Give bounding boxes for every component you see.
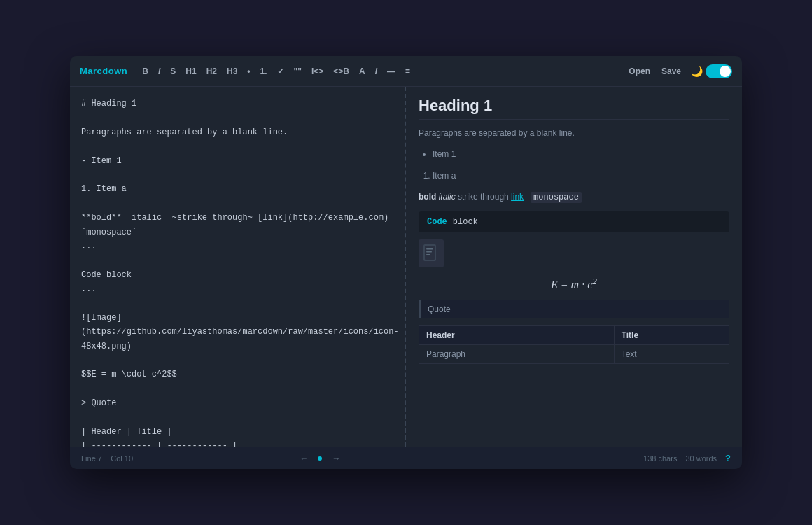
status-words: 30 words [685,454,717,463]
help-button[interactable]: ? [725,453,731,463]
preview-italic: italic [439,192,456,202]
toolbar: Marcdown B I S H1 H2 H3 • 1. ✓ "" I<> <>… [70,56,742,87]
theme-icon[interactable]: 🌙 [691,66,703,77]
image-button[interactable]: I [370,64,382,78]
quote-button[interactable]: "" [289,64,307,78]
preview-code-text: block [453,217,478,227]
inline-code-button[interactable]: I<> [307,64,328,78]
status-line: Line 7 [81,454,102,463]
status-position: Line 7 Col 10 [81,454,133,463]
nav-prev-button[interactable]: ← [297,452,311,465]
table-cell-text: Text [614,344,729,363]
status-nav: ← → [297,452,343,465]
preview-image [419,239,729,267]
preview-pane: Heading 1 Paragraphs are separated by a … [406,87,742,447]
preview-inline: bold italic strike through link monospac… [419,190,729,204]
preview-code-block: Code block [419,211,729,232]
preview-code-keyword: Code [427,217,447,227]
preview-table: Header Title Paragraph Text [419,326,729,364]
preview-ordered-list: Item a [433,169,729,183]
app-window: Marcdown B I S H1 H2 H3 • 1. ✓ "" I<> <>… [70,56,742,469]
status-bar: Line 7 Col 10 ← → 138 chars 30 words ? [70,447,742,469]
svg-rect-4 [426,254,430,255]
h1-button[interactable]: H1 [181,64,201,78]
table-cell-paragraph: Paragraph [419,344,615,363]
nav-next-button[interactable]: → [329,452,343,465]
h2-button[interactable]: H2 [202,64,222,78]
preview-math: E = m · c2 [419,276,729,291]
svg-rect-2 [426,248,433,250]
status-right: 138 chars 30 words ? [643,453,731,463]
save-button[interactable]: Save [656,64,687,79]
math-button[interactable]: = [400,64,415,78]
preview-image-icon [419,239,444,267]
status-chars: 138 chars [643,454,677,463]
bold-button[interactable]: B [137,64,153,78]
h3-button[interactable]: H3 [222,64,242,78]
preview-bullet-item: Item 1 [433,147,729,161]
table-header-title: Title [614,326,729,344]
ordered-list-button[interactable]: 1. [255,64,272,78]
preview-paragraph: Paragraphs are separated by a blank line… [419,127,729,140]
status-dot [318,456,322,461]
table-row: Paragraph Text [419,344,729,363]
preview-heading: Heading 1 [419,97,729,120]
editor-pane: # Heading 1 Paragraphs are separated by … [70,87,406,447]
strikethrough-button[interactable]: S [165,64,181,78]
open-button[interactable]: Open [623,64,656,79]
table-header-row: Header Title [419,326,729,344]
checklist-button[interactable]: ✓ [272,64,289,78]
toggle-knob [720,66,731,77]
preview-strike: strike through [458,192,509,202]
hr-button[interactable]: — [382,64,400,78]
preview-link: link [511,192,524,202]
bullet-button[interactable]: • [242,64,255,78]
app-brand: Marcdown [80,66,127,76]
preview-ordered-item: Item a [433,169,729,183]
preview-mono: monospace [531,192,582,203]
link-button[interactable]: A [354,64,370,78]
svg-rect-1 [425,246,435,260]
theme-toggle[interactable] [706,64,732,78]
table-header-header: Header [419,326,615,344]
preview-bold: bold [419,192,436,202]
preview-quote: Quote [419,300,729,318]
editor-content[interactable]: # Heading 1 Paragraphs are separated by … [70,87,405,447]
code-block-button[interactable]: <>B [328,64,354,78]
italic-button[interactable]: I [153,64,165,78]
svg-rect-3 [426,251,432,253]
preview-bullet-list: Item 1 [433,147,729,161]
status-col: Col 10 [111,454,133,463]
main-area: # Heading 1 Paragraphs are separated by … [70,87,742,447]
